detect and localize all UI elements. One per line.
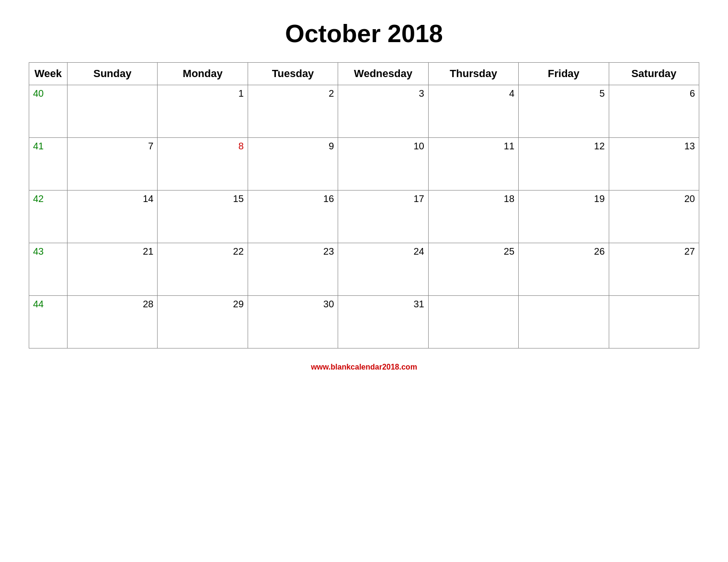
- day-number: 27: [613, 246, 695, 257]
- day-number: 31: [342, 299, 424, 310]
- header-row: Week Sunday Monday Tuesday Wednesday Thu…: [29, 63, 699, 85]
- header-friday: Friday: [519, 63, 609, 85]
- header-tuesday: Tuesday: [248, 63, 338, 85]
- day-number: 22: [161, 246, 243, 257]
- header-sunday: Sunday: [68, 63, 158, 85]
- week-row-41: 4178910111213: [29, 138, 699, 191]
- day-cell: 9: [248, 138, 338, 191]
- day-cell: 26: [519, 243, 609, 296]
- day-number: 19: [523, 193, 604, 204]
- header-saturday: Saturday: [609, 63, 699, 85]
- day-cell: 31: [338, 296, 428, 348]
- day-number: 23: [252, 246, 334, 257]
- header-monday: Monday: [158, 63, 248, 85]
- day-cell: 19: [519, 191, 609, 243]
- calendar-table: Week Sunday Monday Tuesday Wednesday Thu…: [29, 62, 699, 348]
- day-number: 26: [523, 246, 604, 257]
- day-cell: 4: [428, 85, 518, 138]
- day-number: 7: [71, 141, 153, 152]
- day-number: 28: [71, 299, 153, 310]
- day-cell: 10: [338, 138, 428, 191]
- day-cell: 5: [519, 85, 609, 138]
- day-cell: 6: [609, 85, 699, 138]
- day-cell: 18: [428, 191, 518, 243]
- day-number: 16: [252, 193, 334, 204]
- day-cell: 3: [338, 85, 428, 138]
- day-number: 2: [252, 88, 334, 99]
- day-cell: 20: [609, 191, 699, 243]
- page-title: October 2018: [285, 19, 443, 48]
- day-cell: 1: [158, 85, 248, 138]
- week-row-42: 4214151617181920: [29, 191, 699, 243]
- header-thursday: Thursday: [428, 63, 518, 85]
- week-row-43: 4321222324252627: [29, 243, 699, 296]
- day-cell: 14: [68, 191, 158, 243]
- day-number: 10: [342, 141, 424, 152]
- day-number: 17: [342, 193, 424, 204]
- day-number: 5: [523, 88, 604, 99]
- day-number: 25: [432, 246, 514, 257]
- day-cell: 7: [68, 138, 158, 191]
- day-number: 12: [523, 141, 604, 152]
- day-cell: 13: [609, 138, 699, 191]
- day-number: 21: [71, 246, 153, 257]
- day-number: 20: [613, 193, 695, 204]
- day-cell: 29: [158, 296, 248, 348]
- day-cell: 17: [338, 191, 428, 243]
- day-number: 6: [613, 88, 695, 99]
- day-number: 24: [342, 246, 424, 257]
- day-cell: 23: [248, 243, 338, 296]
- day-cell: [609, 296, 699, 348]
- day-cell: 2: [248, 85, 338, 138]
- day-cell: 11: [428, 138, 518, 191]
- day-number: 30: [252, 299, 334, 310]
- footer-link[interactable]: www.blankcalendar2018.com: [311, 363, 417, 371]
- day-cell: [68, 85, 158, 138]
- week-number-44: 44: [29, 296, 68, 348]
- day-number: 15: [161, 193, 243, 204]
- day-number: 8: [161, 141, 243, 152]
- header-wednesday: Wednesday: [338, 63, 428, 85]
- day-number: 9: [252, 141, 334, 152]
- day-cell: 25: [428, 243, 518, 296]
- day-cell: [428, 296, 518, 348]
- day-cell: 28: [68, 296, 158, 348]
- day-number: 4: [432, 88, 514, 99]
- day-cell: [519, 296, 609, 348]
- day-number: 18: [432, 193, 514, 204]
- day-cell: 12: [519, 138, 609, 191]
- day-cell: 27: [609, 243, 699, 296]
- day-cell: 21: [68, 243, 158, 296]
- footer: www.blankcalendar2018.com: [311, 363, 417, 371]
- day-cell: 30: [248, 296, 338, 348]
- day-number: 13: [613, 141, 695, 152]
- day-cell: 22: [158, 243, 248, 296]
- day-number: 29: [161, 299, 243, 310]
- day-number: 11: [432, 141, 514, 152]
- week-row-40: 40123456: [29, 85, 699, 138]
- day-number: 3: [342, 88, 424, 99]
- week-row-44: 4428293031: [29, 296, 699, 348]
- day-cell: 16: [248, 191, 338, 243]
- day-number: 1: [161, 88, 243, 99]
- day-number: 14: [71, 193, 153, 204]
- day-cell: 8: [158, 138, 248, 191]
- day-cell: 24: [338, 243, 428, 296]
- day-cell: 15: [158, 191, 248, 243]
